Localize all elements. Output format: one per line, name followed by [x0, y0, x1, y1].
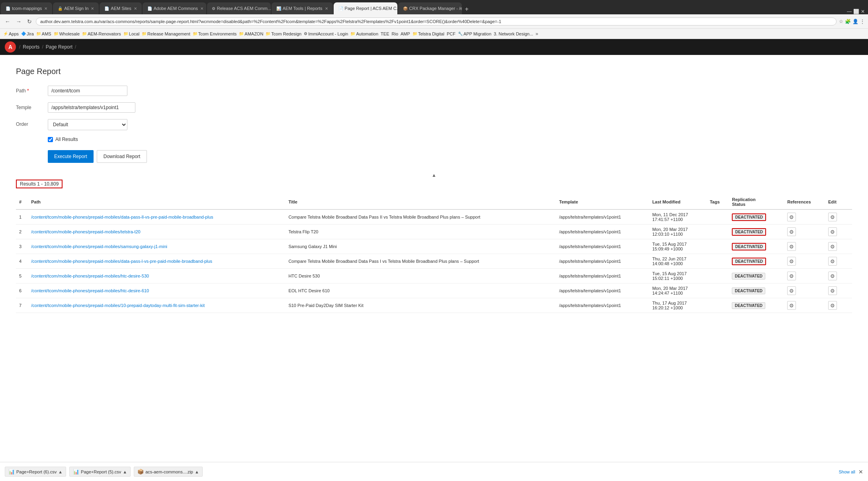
- edit-gear-icon-3[interactable]: ⚙: [828, 257, 837, 266]
- bookmark-ams[interactable]: 📁 AMS: [36, 31, 51, 36]
- bookmark-rio[interactable]: Rio: [392, 31, 399, 36]
- maximize-button[interactable]: ⬜: [853, 9, 859, 14]
- profile-icon[interactable]: 👤: [852, 19, 858, 24]
- table-row: 7 /content/tcom/mobile-phones/prepaid-mo…: [16, 298, 852, 313]
- bookmark-pcf[interactable]: PCF: [447, 31, 456, 36]
- forward-button[interactable]: →: [14, 18, 23, 25]
- path-input[interactable]: [48, 86, 127, 96]
- download-report-button[interactable]: Download Report: [97, 150, 147, 163]
- aem-app-bar: A / Reports / Page Report /: [0, 39, 868, 55]
- bookmarks-overflow-icon[interactable]: »: [536, 31, 538, 37]
- path-link-4[interactable]: /content/tcom/mobile-phones/prepaid-mobi…: [31, 274, 149, 278]
- bookmark-app-migration[interactable]: 🔧 APP Migration: [458, 31, 491, 36]
- path-link-0[interactable]: /content/tcom/mobile-phones/prepaid-mobi…: [31, 215, 213, 219]
- bookmark-star-icon[interactable]: ☆: [839, 19, 843, 24]
- table-row: 1 /content/tcom/mobile-phones/prepaid-mo…: [16, 209, 852, 225]
- path-link-1[interactable]: /content/tcom/mobile-phones/prepaid-mobi…: [31, 229, 141, 234]
- all-results-checkbox[interactable]: [48, 137, 53, 142]
- close-icon[interactable]: ✕: [91, 6, 94, 11]
- menu-icon[interactable]: ⋮: [860, 19, 865, 24]
- close-icon[interactable]: ✕: [200, 6, 203, 11]
- bookmark-automation[interactable]: 📁 Automation: [350, 31, 378, 36]
- download-chevron-1[interactable]: ▲: [58, 469, 63, 474]
- bookmark-apps[interactable]: ⚡ Apps: [3, 31, 19, 36]
- csv-icon-2: 📊: [73, 469, 79, 475]
- close-window-button[interactable]: ✕: [861, 9, 865, 14]
- cell-path-0: /content/tcom/mobile-phones/prepaid-mobi…: [28, 209, 285, 225]
- bookmark-tee[interactable]: TEE: [381, 31, 389, 36]
- close-download-bar-button[interactable]: ✕: [858, 469, 863, 475]
- references-gear-icon-6[interactable]: ⚙: [787, 301, 796, 310]
- edit-gear-icon-1[interactable]: ⚙: [828, 227, 837, 236]
- edit-gear-icon-2[interactable]: ⚙: [828, 242, 837, 251]
- bookmark-release-management[interactable]: 📁 Release Management: [142, 31, 190, 36]
- bookmark-immiaccount[interactable]: ⚙ ImmiAccount - Login: [304, 31, 348, 36]
- download-chevron-3[interactable]: ▲: [195, 469, 199, 474]
- col-header-last-modified: Last Modified: [649, 195, 707, 209]
- bookmark-network-design[interactable]: 3. Network Design...: [494, 31, 533, 36]
- path-link-2[interactable]: /content/tcom/mobile-phones/prepaid-mobi…: [31, 244, 167, 249]
- bookmark-aem-renovators[interactable]: 📁 AEM-Renovators: [82, 31, 121, 36]
- cell-num-2: 3: [16, 239, 28, 254]
- order-field-group: Order Default Score Title Last Modified: [16, 119, 852, 130]
- address-bar[interactable]: [36, 18, 837, 25]
- bookmark-tcom-environments[interactable]: 📁 Tcom Environments: [193, 31, 237, 36]
- tab-aem-tools-reports[interactable]: 📊 AEM Tools | Reports ✕: [272, 2, 333, 14]
- references-gear-icon-2[interactable]: ⚙: [787, 242, 796, 251]
- edit-gear-icon-6[interactable]: ⚙: [828, 301, 837, 310]
- breadcrumb-separator: /: [75, 44, 76, 50]
- edit-gear-icon-4[interactable]: ⚙: [828, 272, 837, 280]
- show-all-button[interactable]: Show all: [839, 469, 855, 474]
- cell-template-2: /apps/telstra/templates/v1point1: [556, 239, 649, 254]
- cell-edit-4: ⚙: [825, 269, 846, 284]
- tab-crx[interactable]: 📦 CRX Package Manager - /e... ✕: [398, 2, 462, 14]
- tab-page-report[interactable]: 📄 Page Report | ACS AEM C... ✕: [334, 2, 397, 14]
- download-item-1: 📊 Page+Report (6).csv ▲: [5, 467, 66, 477]
- extensions-icon[interactable]: 🧩: [845, 19, 851, 24]
- new-tab-button[interactable]: +: [462, 4, 472, 14]
- close-icon[interactable]: ✕: [325, 6, 328, 11]
- close-icon[interactable]: ✕: [44, 6, 47, 11]
- bookmark-wholesale[interactable]: 📁 Wholesale: [54, 31, 80, 36]
- template-input[interactable]: [48, 102, 135, 113]
- cell-num-4: 5: [16, 269, 28, 284]
- path-field-group: Path *: [16, 86, 852, 96]
- path-label: Path *: [16, 86, 48, 94]
- path-link-3[interactable]: /content/tcom/mobile-phones/prepaid-mobi…: [31, 259, 212, 264]
- tab-aem-sites[interactable]: 📄 AEM Sites ✕: [100, 2, 141, 14]
- tab-release-acs[interactable]: ⚙ Release ACS AEM Comm... ✕: [207, 2, 271, 14]
- tab-aem-signin[interactable]: 🔒 AEM Sign In ✕: [53, 2, 99, 14]
- tab-adobe-aem-commons[interactable]: 📄 Adobe AEM Commons ✕: [143, 2, 206, 14]
- path-link-5[interactable]: /content/tcom/mobile-phones/prepaid-mobi…: [31, 288, 149, 293]
- cell-template-6: /apps/telstra/templates/v1point1: [556, 298, 649, 313]
- execute-report-button[interactable]: Execute Report: [48, 150, 94, 163]
- collapse-toggle[interactable]: ▲: [16, 171, 852, 180]
- back-button[interactable]: ←: [3, 18, 12, 25]
- order-select[interactable]: Default Score Title Last Modified: [48, 119, 127, 130]
- download-item-2: 📊 Page+Report (5).csv ▲: [69, 467, 131, 477]
- cell-tags-5: [707, 284, 729, 298]
- cell-edit-3: ⚙: [825, 254, 846, 269]
- bookmark-amp[interactable]: AMP: [401, 31, 410, 36]
- references-gear-icon-0[interactable]: ⚙: [787, 213, 796, 221]
- download-chevron-2[interactable]: ▲: [123, 469, 127, 474]
- tab-tcom-mappings[interactable]: 📄 tcom-mappings ✕: [1, 2, 52, 14]
- references-gear-icon-1[interactable]: ⚙: [787, 227, 796, 236]
- breadcrumb-reports[interactable]: Reports: [23, 44, 39, 50]
- edit-gear-icon-0[interactable]: ⚙: [828, 213, 837, 221]
- reload-button[interactable]: ↻: [25, 18, 33, 25]
- local-icon: 📁: [123, 31, 128, 36]
- minimize-button[interactable]: —: [847, 9, 852, 14]
- path-link-6[interactable]: /content/tcom/mobile-phones/prepaid-mobi…: [31, 303, 205, 308]
- bookmark-jira[interactable]: 🔷 Jira: [21, 31, 34, 36]
- bookmark-tcom-redesign[interactable]: 📁 Tcom Redesign: [266, 31, 301, 36]
- edit-gear-icon-5[interactable]: ⚙: [828, 286, 837, 295]
- bookmark-telstra-digital[interactable]: 📁 Telstra Digital: [412, 31, 444, 36]
- close-icon[interactable]: ✕: [134, 6, 137, 11]
- replication-status-badge-0: DEACTIVATED: [732, 213, 766, 221]
- references-gear-icon-4[interactable]: ⚙: [787, 272, 796, 280]
- references-gear-icon-3[interactable]: ⚙: [787, 257, 796, 266]
- references-gear-icon-5[interactable]: ⚙: [787, 286, 796, 295]
- bookmark-amazon[interactable]: 📁 AMAZON: [239, 31, 263, 36]
- bookmark-local[interactable]: 📁 Local: [123, 31, 139, 36]
